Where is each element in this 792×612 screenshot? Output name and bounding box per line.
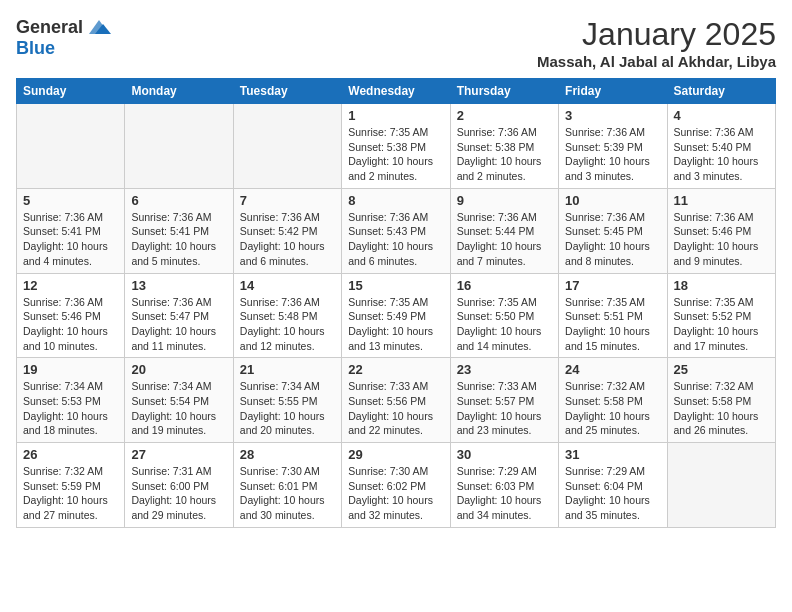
day-number: 11 (674, 193, 769, 208)
col-sunday: Sunday (17, 79, 125, 104)
table-row: 22 Sunrise: 7:33 AMSunset: 5:56 PMDaylig… (342, 358, 450, 443)
day-info: Sunrise: 7:36 AMSunset: 5:43 PMDaylight:… (348, 211, 433, 267)
day-number: 31 (565, 447, 660, 462)
table-row: 4 Sunrise: 7:36 AMSunset: 5:40 PMDayligh… (667, 104, 775, 189)
day-info: Sunrise: 7:32 AMSunset: 5:58 PMDaylight:… (674, 380, 759, 436)
logo-icon (85, 16, 113, 38)
table-row: 30 Sunrise: 7:29 AMSunset: 6:03 PMDaylig… (450, 443, 558, 528)
table-row: 12 Sunrise: 7:36 AMSunset: 5:46 PMDaylig… (17, 273, 125, 358)
day-number: 4 (674, 108, 769, 123)
table-row: 9 Sunrise: 7:36 AMSunset: 5:44 PMDayligh… (450, 188, 558, 273)
table-row: 3 Sunrise: 7:36 AMSunset: 5:39 PMDayligh… (559, 104, 667, 189)
table-row: 28 Sunrise: 7:30 AMSunset: 6:01 PMDaylig… (233, 443, 341, 528)
table-row: 19 Sunrise: 7:34 AMSunset: 5:53 PMDaylig… (17, 358, 125, 443)
day-info: Sunrise: 7:36 AMSunset: 5:47 PMDaylight:… (131, 296, 216, 352)
table-row: 14 Sunrise: 7:36 AMSunset: 5:48 PMDaylig… (233, 273, 341, 358)
col-friday: Friday (559, 79, 667, 104)
day-info: Sunrise: 7:34 AMSunset: 5:53 PMDaylight:… (23, 380, 108, 436)
title-area: January 2025 Massah, Al Jabal al Akhdar,… (537, 16, 776, 70)
col-tuesday: Tuesday (233, 79, 341, 104)
calendar-title: January 2025 (537, 16, 776, 53)
table-row (17, 104, 125, 189)
calendar-table: Sunday Monday Tuesday Wednesday Thursday… (16, 78, 776, 528)
day-number: 2 (457, 108, 552, 123)
col-saturday: Saturday (667, 79, 775, 104)
day-info: Sunrise: 7:36 AMSunset: 5:42 PMDaylight:… (240, 211, 325, 267)
day-number: 1 (348, 108, 443, 123)
table-row: 13 Sunrise: 7:36 AMSunset: 5:47 PMDaylig… (125, 273, 233, 358)
day-number: 29 (348, 447, 443, 462)
day-number: 8 (348, 193, 443, 208)
day-number: 22 (348, 362, 443, 377)
day-number: 26 (23, 447, 118, 462)
day-info: Sunrise: 7:35 AMSunset: 5:51 PMDaylight:… (565, 296, 650, 352)
day-info: Sunrise: 7:34 AMSunset: 5:54 PMDaylight:… (131, 380, 216, 436)
calendar-week-1: 1 Sunrise: 7:35 AMSunset: 5:38 PMDayligh… (17, 104, 776, 189)
day-info: Sunrise: 7:36 AMSunset: 5:46 PMDaylight:… (674, 211, 759, 267)
table-row: 10 Sunrise: 7:36 AMSunset: 5:45 PMDaylig… (559, 188, 667, 273)
day-number: 19 (23, 362, 118, 377)
day-info: Sunrise: 7:36 AMSunset: 5:48 PMDaylight:… (240, 296, 325, 352)
day-number: 13 (131, 278, 226, 293)
day-info: Sunrise: 7:30 AMSunset: 6:02 PMDaylight:… (348, 465, 433, 521)
day-number: 28 (240, 447, 335, 462)
day-info: Sunrise: 7:35 AMSunset: 5:52 PMDaylight:… (674, 296, 759, 352)
calendar-week-4: 19 Sunrise: 7:34 AMSunset: 5:53 PMDaylig… (17, 358, 776, 443)
day-number: 23 (457, 362, 552, 377)
table-row: 18 Sunrise: 7:35 AMSunset: 5:52 PMDaylig… (667, 273, 775, 358)
day-number: 9 (457, 193, 552, 208)
table-row: 8 Sunrise: 7:36 AMSunset: 5:43 PMDayligh… (342, 188, 450, 273)
calendar-week-3: 12 Sunrise: 7:36 AMSunset: 5:46 PMDaylig… (17, 273, 776, 358)
table-row (125, 104, 233, 189)
table-row: 29 Sunrise: 7:30 AMSunset: 6:02 PMDaylig… (342, 443, 450, 528)
day-number: 10 (565, 193, 660, 208)
table-row: 26 Sunrise: 7:32 AMSunset: 5:59 PMDaylig… (17, 443, 125, 528)
table-row: 21 Sunrise: 7:34 AMSunset: 5:55 PMDaylig… (233, 358, 341, 443)
day-number: 5 (23, 193, 118, 208)
day-info: Sunrise: 7:33 AMSunset: 5:57 PMDaylight:… (457, 380, 542, 436)
day-number: 18 (674, 278, 769, 293)
day-info: Sunrise: 7:35 AMSunset: 5:38 PMDaylight:… (348, 126, 433, 182)
col-monday: Monday (125, 79, 233, 104)
day-info: Sunrise: 7:36 AMSunset: 5:44 PMDaylight:… (457, 211, 542, 267)
day-number: 25 (674, 362, 769, 377)
table-row: 31 Sunrise: 7:29 AMSunset: 6:04 PMDaylig… (559, 443, 667, 528)
day-info: Sunrise: 7:36 AMSunset: 5:41 PMDaylight:… (131, 211, 216, 267)
day-number: 12 (23, 278, 118, 293)
calendar-week-2: 5 Sunrise: 7:36 AMSunset: 5:41 PMDayligh… (17, 188, 776, 273)
table-row: 2 Sunrise: 7:36 AMSunset: 5:38 PMDayligh… (450, 104, 558, 189)
day-number: 24 (565, 362, 660, 377)
day-number: 20 (131, 362, 226, 377)
day-number: 15 (348, 278, 443, 293)
day-info: Sunrise: 7:29 AMSunset: 6:03 PMDaylight:… (457, 465, 542, 521)
day-info: Sunrise: 7:36 AMSunset: 5:40 PMDaylight:… (674, 126, 759, 182)
col-thursday: Thursday (450, 79, 558, 104)
calendar-week-5: 26 Sunrise: 7:32 AMSunset: 5:59 PMDaylig… (17, 443, 776, 528)
page-header: General Blue January 2025 Massah, Al Jab… (16, 16, 776, 70)
logo-blue-text: Blue (16, 38, 55, 58)
day-number: 3 (565, 108, 660, 123)
table-row: 23 Sunrise: 7:33 AMSunset: 5:57 PMDaylig… (450, 358, 558, 443)
table-row: 5 Sunrise: 7:36 AMSunset: 5:41 PMDayligh… (17, 188, 125, 273)
table-row (233, 104, 341, 189)
table-row: 1 Sunrise: 7:35 AMSunset: 5:38 PMDayligh… (342, 104, 450, 189)
table-row: 16 Sunrise: 7:35 AMSunset: 5:50 PMDaylig… (450, 273, 558, 358)
table-row: 15 Sunrise: 7:35 AMSunset: 5:49 PMDaylig… (342, 273, 450, 358)
day-number: 6 (131, 193, 226, 208)
table-row: 27 Sunrise: 7:31 AMSunset: 6:00 PMDaylig… (125, 443, 233, 528)
day-info: Sunrise: 7:33 AMSunset: 5:56 PMDaylight:… (348, 380, 433, 436)
day-number: 7 (240, 193, 335, 208)
col-wednesday: Wednesday (342, 79, 450, 104)
day-number: 30 (457, 447, 552, 462)
day-number: 27 (131, 447, 226, 462)
logo-general-text: General (16, 17, 83, 38)
day-info: Sunrise: 7:36 AMSunset: 5:38 PMDaylight:… (457, 126, 542, 182)
day-info: Sunrise: 7:30 AMSunset: 6:01 PMDaylight:… (240, 465, 325, 521)
table-row (667, 443, 775, 528)
day-info: Sunrise: 7:35 AMSunset: 5:49 PMDaylight:… (348, 296, 433, 352)
day-number: 17 (565, 278, 660, 293)
table-row: 25 Sunrise: 7:32 AMSunset: 5:58 PMDaylig… (667, 358, 775, 443)
day-info: Sunrise: 7:32 AMSunset: 5:59 PMDaylight:… (23, 465, 108, 521)
calendar-subtitle: Massah, Al Jabal al Akhdar, Libya (537, 53, 776, 70)
table-row: 20 Sunrise: 7:34 AMSunset: 5:54 PMDaylig… (125, 358, 233, 443)
